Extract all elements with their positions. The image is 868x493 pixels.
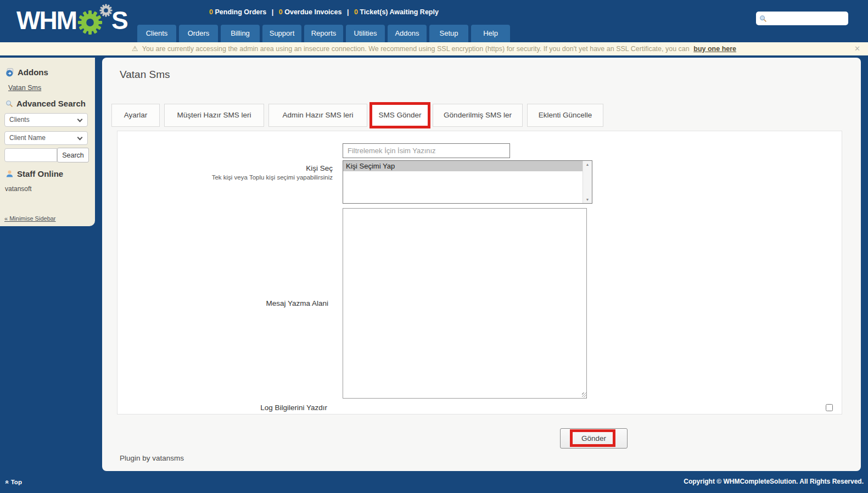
kisi-sec-label-group: Kişi Seç Tek kişi veya Toplu kişi seçimi… bbox=[117, 164, 333, 181]
log-bilgileri-label: Log Bilgilerini Yazdır bbox=[117, 404, 327, 412]
pending-orders-label[interactable]: Pending Orders bbox=[215, 8, 267, 16]
tab-ayarlar[interactable]: Ayarlar bbox=[111, 104, 160, 127]
search-field-value: Client Name bbox=[9, 134, 46, 142]
kisi-sec-help-text: Tek kişi veya Toplu kişi seçimi yapabili… bbox=[117, 174, 333, 181]
listbox-scrollbar[interactable]: ▲ ▼ bbox=[583, 161, 592, 203]
header-stats-bar: 0 Pending Orders | 0 Overdue Invoices | … bbox=[137, 8, 511, 16]
stats-separator: | bbox=[272, 8, 274, 16]
sms-send-form: Kişi Seç Tek kişi veya Toplu kişi seçimi… bbox=[117, 131, 842, 414]
chevron-down-icon bbox=[77, 135, 83, 141]
page-title: Vatan Sms bbox=[120, 69, 170, 81]
ssl-warning-text: You are currently accessing the admin ar… bbox=[142, 45, 690, 53]
copyright-text: Copyright © WHMCompleteSolution. All Rig… bbox=[684, 478, 864, 485]
sidebar-advanced-search-title: Advanced Search bbox=[16, 99, 86, 108]
nav-tab-addons[interactable]: Addons bbox=[388, 25, 427, 42]
sidebar-section-staff-online: Staff Online bbox=[5, 169, 63, 178]
logo-gears bbox=[77, 5, 105, 35]
person-icon bbox=[5, 170, 14, 178]
tab-sms-gonder-label: SMS Gönder bbox=[378, 111, 421, 119]
global-search-input[interactable] bbox=[769, 13, 846, 24]
log-print-checkbox[interactable] bbox=[826, 404, 833, 411]
ssl-warning-banner: ⚠ You are currently accessing the admin … bbox=[0, 42, 868, 55]
nav-tab-reports[interactable]: Reports bbox=[304, 25, 343, 42]
close-icon[interactable]: ✕ bbox=[854, 42, 860, 55]
double-chevron-up-icon: « bbox=[3, 480, 11, 484]
addon-icon bbox=[5, 68, 14, 77]
sidebar-item-vatan-sms[interactable]: Vatan Sms bbox=[8, 84, 41, 92]
whmcs-admin-page: WHM bbox=[0, 0, 868, 493]
search-icon bbox=[5, 100, 13, 108]
mesaj-yazma-label: Mesaj Yazma Alani bbox=[117, 299, 328, 307]
sidebar-addons-title: Addons bbox=[18, 68, 48, 77]
stats-separator: | bbox=[347, 8, 349, 16]
nav-tab-setup[interactable]: Setup bbox=[429, 25, 468, 42]
nav-tab-clients[interactable]: Clients bbox=[137, 25, 176, 42]
scroll-up-icon[interactable]: ▲ bbox=[583, 163, 592, 166]
sidebar-section-advanced-search: Advanced Search bbox=[5, 99, 86, 108]
logo-text-s: S bbox=[111, 5, 127, 35]
whmcs-logo[interactable]: WHM bbox=[16, 5, 127, 35]
addon-tabs: Ayarlar Müşteri Hazır SMS leri Admin Haz… bbox=[111, 104, 603, 127]
nav-tab-help[interactable]: Help bbox=[471, 25, 510, 42]
sidebar: Addons Vatan Sms Advanced Search Clients… bbox=[0, 58, 95, 226]
contact-select-listbox[interactable]: Kişi Seçimi Yap ▲ ▼ bbox=[343, 160, 592, 204]
gear-small-icon bbox=[99, 4, 113, 17]
message-textarea[interactable] bbox=[343, 208, 587, 399]
staff-online-title: Staff Online bbox=[17, 169, 63, 178]
warning-icon: ⚠ bbox=[132, 44, 138, 53]
tab-gonderilmis-sms[interactable]: Gönderilmiş SMS ler bbox=[433, 104, 523, 127]
tab-musteri-hazir-sms[interactable]: Müşteri Hazır SMS leri bbox=[164, 104, 264, 127]
tab-admin-hazir-sms[interactable]: Admin Hazır SMS leri bbox=[268, 104, 367, 127]
search-type-value: Clients bbox=[9, 116, 30, 124]
nav-tab-utilities[interactable]: Utilities bbox=[346, 25, 385, 42]
chevron-down-icon bbox=[77, 117, 83, 122]
staff-online-name: vatansoft bbox=[5, 185, 32, 193]
contact-filter-input[interactable] bbox=[343, 143, 510, 158]
search-icon bbox=[759, 15, 767, 23]
plugin-credit-text: Plugin by vatansms bbox=[120, 454, 184, 462]
main-content-panel: Vatan Sms Ayarlar Müşteri Hazır SMS leri… bbox=[102, 58, 861, 471]
listbox-option-selected[interactable]: Kişi Seçimi Yap bbox=[343, 161, 583, 171]
scroll-down-icon[interactable]: ▼ bbox=[583, 198, 592, 201]
nav-tab-billing[interactable]: Billing bbox=[221, 25, 260, 42]
tickets-awaiting-label[interactable]: Ticket(s) Awaiting Reply bbox=[360, 8, 439, 16]
gonder-submit-button[interactable]: Gönder bbox=[560, 428, 628, 449]
search-type-select[interactable]: Clients bbox=[4, 113, 88, 127]
tab-eklenti-guncelle[interactable]: Eklenti Güncelle bbox=[527, 104, 603, 127]
minimise-sidebar-link[interactable]: « Minimise Sidebar bbox=[4, 215, 56, 222]
top-link-label: Top bbox=[11, 479, 22, 485]
main-navigation: Clients Orders Billing Support Reports U… bbox=[137, 25, 510, 42]
buy-ssl-link[interactable]: buy one here bbox=[693, 45, 736, 53]
footer: « Top Copyright © WHMCompleteSolution. A… bbox=[0, 473, 868, 493]
kisi-sec-label: Kişi Seç bbox=[117, 164, 333, 172]
sidebar-search-input[interactable] bbox=[4, 148, 57, 162]
overdue-invoices-label[interactable]: Overdue Invoices bbox=[284, 8, 341, 16]
logo-text-whm: WHM bbox=[16, 5, 76, 35]
back-to-top-link[interactable]: « Top bbox=[5, 478, 22, 486]
nav-tab-support[interactable]: Support bbox=[262, 25, 301, 42]
tab-sms-gonder[interactable]: SMS Gönder bbox=[372, 104, 428, 127]
gonder-button-label: Gönder bbox=[581, 434, 606, 442]
search-field-select[interactable]: Client Name bbox=[4, 131, 88, 145]
nav-tab-orders[interactable]: Orders bbox=[179, 25, 218, 42]
sidebar-search-button[interactable]: Search bbox=[57, 148, 89, 163]
pending-orders-count: 0 bbox=[209, 8, 213, 16]
overdue-invoices-count: 0 bbox=[279, 8, 283, 16]
tickets-awaiting-count: 0 bbox=[354, 8, 358, 16]
global-search-box[interactable] bbox=[756, 12, 848, 25]
sidebar-section-addons: Addons bbox=[5, 68, 48, 77]
